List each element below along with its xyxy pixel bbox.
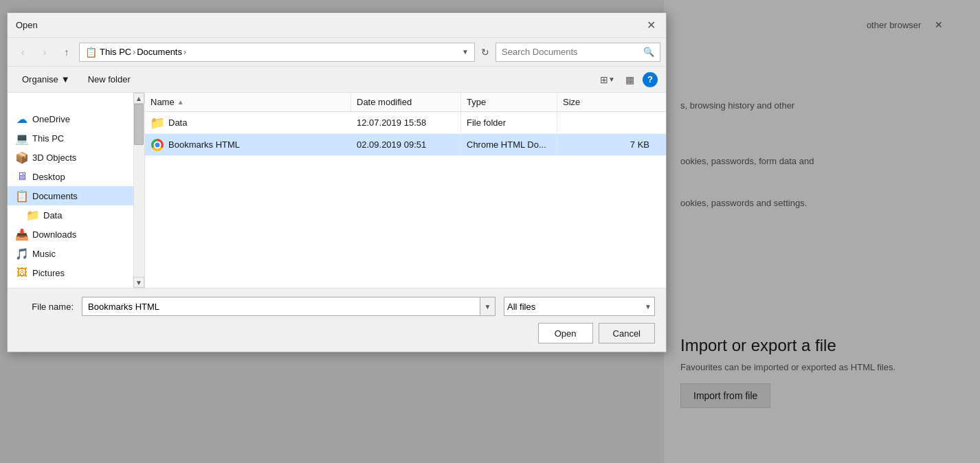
col-header-name[interactable]: Name ▲: [145, 93, 351, 111]
downloads-icon: 📥: [16, 228, 28, 240]
view-dropdown-icon: ▼: [608, 76, 615, 83]
address-bar-text: This PC › Documents ›: [100, 47, 459, 57]
back-icon: ‹: [21, 47, 25, 58]
sidebar-label-thispc: This PC: [32, 133, 64, 144]
music-icon: 🎵: [16, 247, 28, 260]
filetype-label: All files: [507, 302, 535, 312]
sidebar-item-data[interactable]: 📁 Data: [8, 205, 144, 225]
new-folder-button[interactable]: New folder: [82, 71, 137, 87]
forward-button[interactable]: ›: [35, 43, 54, 62]
back-button[interactable]: ‹: [13, 43, 32, 62]
navigation-toolbar: ‹ › ↑ 📋 This PC › Documents › ▼ ↻ 🔍: [8, 38, 666, 67]
file-row-bookmarks[interactable]: Bookmarks HTML 02.09.2019 09:51 Chrome H…: [145, 134, 666, 156]
open-file-dialog: Open ‹ › ↑ 📋 This PC › Documents › ▼ ↻: [7, 12, 667, 352]
col-header-type[interactable]: Type: [461, 93, 557, 111]
desktop-icon: 🖥: [16, 170, 28, 183]
search-box[interactable]: 🔍: [495, 43, 660, 62]
sidebar-scroll-up[interactable]: ▲: [133, 93, 144, 104]
address-bar[interactable]: 📋 This PC › Documents › ▼: [79, 43, 475, 62]
sidebar-scroll-down[interactable]: ▼: [133, 277, 144, 288]
filename-input-container[interactable]: ▼: [82, 297, 495, 316]
sort-arrow-name: ▲: [177, 98, 184, 106]
file-name-bookmarks: Bookmarks HTML: [145, 134, 351, 155]
open-button[interactable]: Open: [538, 323, 593, 343]
address-this-pc: This PC: [100, 47, 131, 57]
refresh-button[interactable]: ↻: [478, 45, 493, 60]
pane-icon: ▦: [625, 74, 634, 85]
documents-icon: 📋: [16, 190, 28, 202]
organise-label: Organise: [22, 74, 58, 84]
file-name-bookmarks-label: Bookmarks HTML: [168, 139, 240, 150]
filename-input[interactable]: [82, 302, 480, 312]
col-header-date[interactable]: Date modified: [351, 93, 461, 111]
sidebar-label-data: Data: [43, 210, 62, 221]
sidebar-label-onedrive: OneDrive: [32, 114, 70, 124]
up-button[interactable]: ↑: [57, 43, 76, 62]
sidebar-item-3dobjects[interactable]: 📦 3D Objects: [8, 148, 144, 167]
pane-button[interactable]: ▦: [621, 71, 638, 89]
file-name-data-label: Data: [168, 117, 187, 128]
dialog-bottom: File name: ▼ All files ▼ Open Cancel: [8, 288, 666, 352]
dialog-titlebar: Open: [8, 13, 666, 38]
sidebar-item-thispc[interactable]: 💻 This PC: [8, 128, 144, 148]
dialog-title: Open: [16, 20, 38, 30]
sidebar-scrollbar[interactable]: [133, 104, 144, 277]
file-date-bookmarks: 02.09.2019 09:51: [351, 134, 461, 155]
search-icon: 🔍: [643, 47, 654, 57]
up-icon: ↑: [65, 47, 69, 58]
col-type-label: Type: [467, 97, 486, 107]
col-name-label: Name: [151, 97, 175, 107]
onedrive-icon: ☁: [16, 113, 28, 125]
chrome-file-icon: [151, 138, 164, 152]
folder-icon-address: 📋: [85, 47, 97, 58]
sidebar-label-documents: Documents: [32, 191, 78, 201]
sidebar-label-desktop: Desktop: [32, 172, 65, 182]
file-list: 📁 Data 12.07.2019 15:58 File folder: [145, 112, 666, 288]
file-area: Name ▲ Date modified Type Size: [145, 93, 666, 288]
view-icon: ⊞: [600, 74, 608, 85]
address-dropdown-button[interactable]: ▼: [462, 48, 469, 56]
filename-dropdown-button[interactable]: ▼: [480, 297, 495, 315]
action-toolbar: Organise ▼ New folder ⊞ ▼ ▦ ?: [8, 67, 666, 93]
view-toggle-button[interactable]: ⊞ ▼: [599, 71, 616, 89]
dialog-main-area: ▲ ☁ OneDrive 💻 This PC 📦 3D Objects: [8, 93, 666, 288]
col-header-size[interactable]: Size: [557, 93, 666, 111]
filetype-select[interactable]: All files ▼: [504, 297, 655, 316]
folder-icon-data: 📁: [151, 116, 164, 130]
sidebar-scrollbar-thumb[interactable]: [134, 104, 144, 145]
sidebar-item-music[interactable]: 🎵 Music: [8, 244, 144, 263]
sidebar-label-pictures: Pictures: [32, 268, 65, 278]
col-date-label: Date modified: [357, 97, 412, 107]
file-size-bookmarks: 7 KB: [557, 134, 666, 155]
file-row-data[interactable]: 📁 Data 12.07.2019 15:58 File folder: [145, 112, 666, 134]
sidebar-item-documents[interactable]: 📋 Documents: [8, 186, 144, 205]
refresh-icon: ↻: [481, 47, 489, 58]
address-documents: Documents: [137, 47, 182, 57]
file-size-data: [557, 112, 666, 133]
sidebar-label-music: Music: [32, 249, 56, 259]
file-name-data: 📁 Data: [145, 112, 351, 133]
dialog-close-button[interactable]: [644, 19, 658, 32]
sidebar-item-onedrive[interactable]: ☁ OneDrive: [8, 109, 144, 128]
forward-icon: ›: [43, 47, 47, 58]
sidebar: ▲ ☁ OneDrive 💻 This PC 📦 3D Objects: [8, 93, 145, 288]
organise-button[interactable]: Organise ▼: [16, 71, 76, 87]
data-icon: 📁: [27, 209, 39, 221]
cancel-button[interactable]: Cancel: [599, 323, 655, 343]
close-x-icon: [647, 19, 656, 32]
sidebar-item-desktop[interactable]: 🖥 Desktop: [8, 167, 144, 186]
view-controls: ⊞ ▼ ▦ ?: [599, 71, 658, 89]
file-type-bookmarks: Chrome HTML Do...: [461, 134, 557, 155]
sidebar-label-3dobjects: 3D Objects: [32, 153, 76, 163]
buttons-row: Open Cancel: [19, 323, 655, 343]
file-type-data: File folder: [461, 112, 557, 133]
help-icon: ?: [647, 74, 653, 84]
file-list-header: Name ▲ Date modified Type Size: [145, 93, 666, 112]
organise-dropdown-icon: ▼: [61, 74, 70, 84]
help-button[interactable]: ?: [643, 72, 658, 87]
filetype-dropdown-icon: ▼: [645, 303, 652, 310]
sidebar-item-downloads[interactable]: 📥 Downloads: [8, 225, 144, 244]
sidebar-item-pictures[interactable]: 🖼 Pictures: [8, 263, 144, 282]
search-input[interactable]: [502, 47, 641, 57]
sidebar-label-downloads: Downloads: [32, 229, 76, 240]
